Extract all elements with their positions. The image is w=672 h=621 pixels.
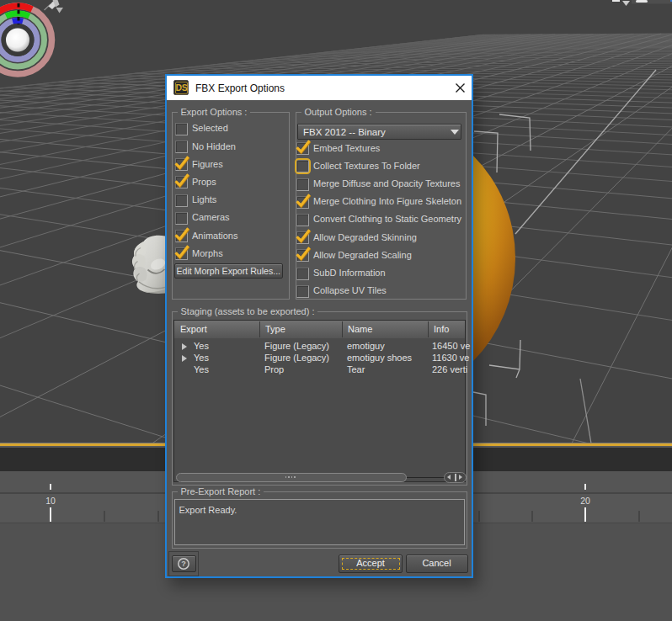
svg-text:?: ? [181,560,186,568]
